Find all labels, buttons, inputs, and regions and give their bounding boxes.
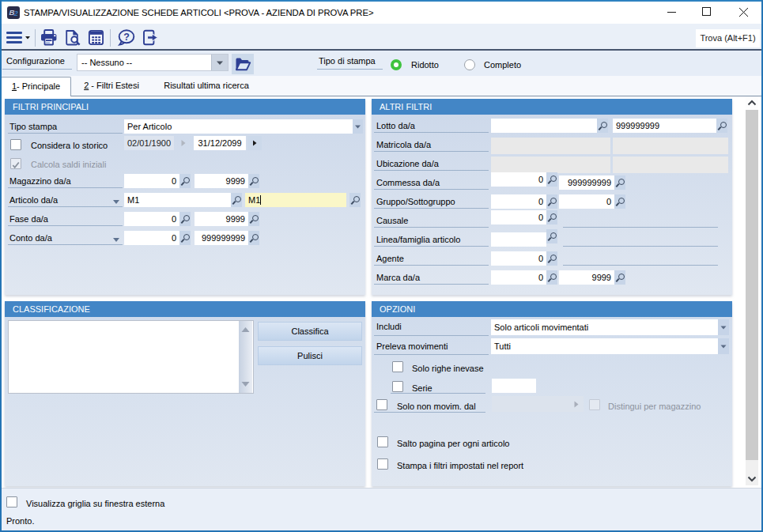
- svg-text:?: ?: [123, 32, 130, 43]
